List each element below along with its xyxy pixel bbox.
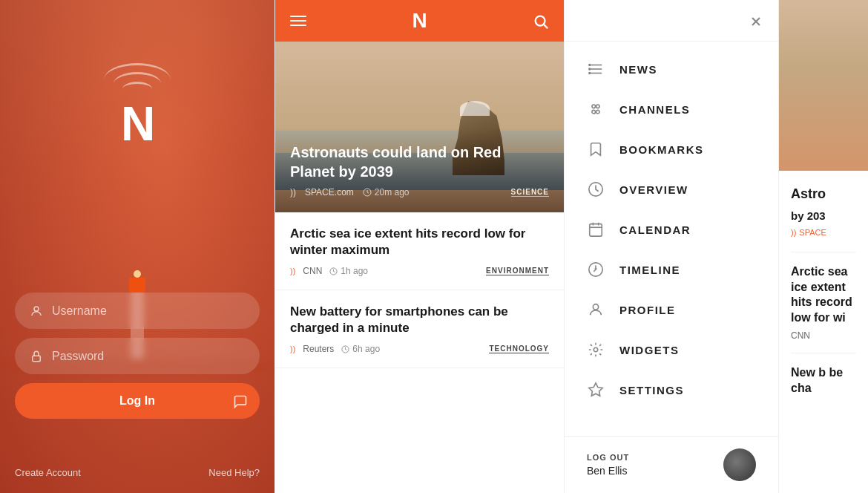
nav-item-news-label: NEWS: [619, 63, 657, 76]
partial-text-area: Astro by 203 )) SPACE Arctic sea ice ext…: [779, 171, 868, 420]
nav-footer-left: LOG OUT Ben Ellis: [587, 453, 629, 477]
news-item-title-1: New battery for smartphones can be charg…: [290, 304, 549, 336]
svg-marker-32: [589, 383, 602, 396]
news-item-meta-1: )) Reuters 6h ago TECHNOLOGY: [290, 344, 549, 354]
hamburger-line-3: [290, 25, 306, 26]
partial-item-2: New b be cha: [791, 353, 856, 413]
user-icon: [30, 303, 43, 319]
news-list: Arctic sea ice extent hits record low fo…: [275, 212, 564, 493]
username-field[interactable]: Username: [15, 293, 260, 329]
item-source-icon-0: )): [290, 267, 295, 275]
create-account-link[interactable]: Create Account: [15, 467, 81, 478]
svg-rect-1: [33, 356, 41, 362]
partial-item-title-2: New b be cha: [791, 365, 856, 396]
settings-icon: [587, 382, 605, 398]
password-field[interactable]: Password: [15, 338, 260, 374]
partial-source-icon-1: )): [791, 228, 796, 237]
item-source-1: Reuters: [303, 344, 334, 354]
user-avatar[interactable]: [723, 448, 756, 481]
svg-point-30: [593, 304, 598, 310]
item-time-0: 1h ago: [329, 266, 368, 276]
item-time-value-0: 1h ago: [341, 266, 368, 276]
hero-article-text: Astronauts could land on Red Planet by 2…: [275, 128, 564, 212]
nav-item-news[interactable]: NEWS: [565, 49, 778, 89]
calendar-icon: [587, 221, 605, 238]
hero-time-value: 20m ago: [375, 187, 410, 197]
nav-items-list: NEWS CHANNELS BOOKMARKS: [565, 42, 778, 436]
hero-category-badge: SCIENCE: [511, 188, 549, 197]
nav-item-calendar-label: CALENDAR: [619, 223, 691, 236]
nav-item-settings[interactable]: SETTINGS: [565, 370, 778, 410]
hero-article-meta: )) SPACE.com 20m ago SCIENCE: [290, 187, 549, 197]
hero-article-image[interactable]: Astronauts could land on Red Planet by 2…: [275, 42, 564, 212]
app-logo-container: N: [100, 59, 174, 148]
chat-icon: [233, 393, 248, 408]
news-partial-panel: Astro by 203 )) SPACE Arctic sea ice ext…: [779, 0, 868, 493]
password-placeholder: Password: [52, 350, 104, 363]
timeline-icon: [587, 261, 605, 278]
hero-source-icon: )): [290, 187, 296, 197]
widgets-icon: [587, 342, 605, 358]
partial-hero-image: [779, 0, 868, 171]
news-header: N: [275, 0, 564, 42]
svg-point-16: [596, 105, 599, 108]
svg-point-17: [592, 110, 596, 114]
nav-item-calendar[interactable]: CALENDAR: [565, 209, 778, 249]
nav-item-bookmarks[interactable]: BOOKMARKS: [565, 129, 778, 169]
partial-source-row-1: )) SPACE: [791, 228, 856, 237]
close-icon[interactable]: [749, 12, 763, 29]
svg-point-15: [592, 105, 596, 108]
nav-item-timeline[interactable]: TIMELINE: [565, 249, 778, 290]
overview-icon: [587, 181, 605, 197]
nav-item-profile-label: PROFILE: [619, 304, 676, 316]
news-item-0[interactable]: Arctic sea ice extent hits record low fo…: [275, 212, 564, 290]
news-item-1[interactable]: New battery for smartphones can be charg…: [275, 290, 564, 368]
nav-item-overview[interactable]: OVERVIEW: [565, 169, 778, 209]
lock-icon: [30, 348, 43, 364]
login-form: Username Password Log In: [15, 293, 260, 419]
nav-item-channels-label: CHANNELS: [619, 103, 690, 116]
nav-item-widgets-label: WIDGETS: [619, 344, 680, 356]
sky-area: [275, 42, 564, 131]
username-placeholder: Username: [52, 304, 107, 318]
login-button[interactable]: Log In: [15, 383, 260, 419]
svg-point-0: [34, 307, 39, 311]
nav-item-channels[interactable]: CHANNELS: [565, 89, 778, 129]
svg-point-13: [589, 68, 591, 70]
nav-item-widgets[interactable]: WIDGETS: [565, 330, 778, 370]
hamburger-line-1: [290, 16, 306, 17]
partial-source-name-1: SPACE: [799, 228, 826, 237]
login-links: Create Account Need Help?: [15, 467, 260, 478]
partial-item-title-1: Arctic sea ice extent hits record low fo…: [791, 264, 856, 326]
profile-icon: [587, 301, 605, 318]
avatar-image: [723, 448, 756, 481]
hamburger-menu-icon[interactable]: [290, 16, 306, 26]
svg-rect-20: [590, 224, 602, 237]
svg-point-2: [536, 16, 545, 26]
partial-article-title-2: by 203: [791, 209, 856, 223]
item-category-1: TECHNOLOGY: [489, 345, 549, 353]
item-source-0: CNN: [303, 266, 322, 276]
channels-icon: [587, 101, 605, 117]
news-item-meta-0: )) CNN 1h ago ENVIRONMENT: [290, 266, 549, 276]
login-button-label: Log In: [119, 394, 155, 408]
logout-label[interactable]: LOG OUT: [587, 453, 629, 462]
need-help-link[interactable]: Need Help?: [208, 467, 260, 478]
nav-menu-panel: NEWS CHANNELS BOOKMARKS: [564, 0, 779, 493]
search-icon[interactable]: [533, 12, 549, 30]
user-name: Ben Ellis: [587, 465, 629, 477]
nav-item-profile[interactable]: PROFILE: [565, 290, 778, 330]
nav-item-settings-label: SETTINGS: [619, 384, 684, 396]
item-source-icon-1: )): [290, 345, 295, 353]
svg-point-18: [596, 110, 599, 114]
wifi-arcs-icon: [100, 59, 174, 97]
news-panel: N Astronauts could land on Red Planet by…: [274, 0, 564, 493]
nav-item-bookmarks-label: BOOKMARKS: [619, 143, 704, 156]
bookmark-icon: [587, 141, 605, 157]
partial-item-1: Arctic sea ice extent hits record low fo…: [791, 252, 856, 353]
nav-item-timeline-label: TIMELINE: [619, 264, 680, 276]
nav-header: [565, 0, 778, 42]
news-item-title-0: Arctic sea ice extent hits record low fo…: [290, 226, 549, 258]
wifi-arc-large: [104, 63, 171, 97]
svg-line-3: [544, 25, 548, 28]
